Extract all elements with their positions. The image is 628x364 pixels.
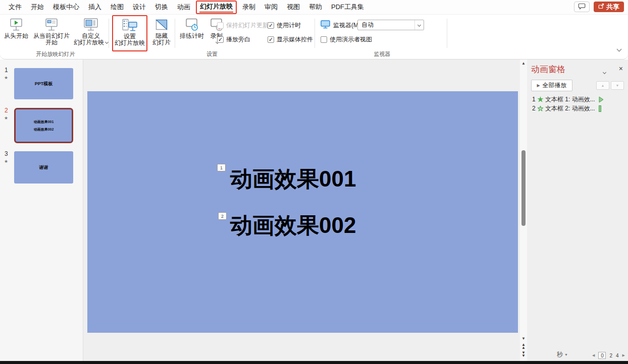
scrollbar-thumb[interactable] <box>521 150 526 226</box>
move-earlier-button[interactable]: ▲ <box>596 81 609 90</box>
app-window: 文件 开始 模板中心 插入 绘图 设计 切换 动画 幻灯片放映 录制 审阅 视图… <box>0 0 628 364</box>
hide-slide-icon <box>154 16 169 32</box>
chevron-down-icon: ▼ <box>564 353 568 356</box>
timeline-right-arrow[interactable]: ▶ <box>622 353 625 357</box>
menu-file[interactable]: 文件 <box>4 1 26 14</box>
monitor-dropdown[interactable]: 自动 <box>357 20 424 30</box>
timeline-tick-4: 4 <box>616 353 619 358</box>
slide-thumbnail-3[interactable]: 谢谢 <box>14 151 73 184</box>
checkbox-play-narrations[interactable]: ✓ 播放旁白 <box>217 35 250 44</box>
checkbox-label: 显示媒体控件 <box>277 35 313 44</box>
slide-number: 1 <box>5 67 8 74</box>
animation-order-tag-2: 2 <box>218 212 227 220</box>
scroll-up-arrow[interactable]: ▲ <box>520 61 527 66</box>
animation-index: 2 <box>532 105 537 112</box>
timeline-duration-glyph[interactable] <box>599 105 601 112</box>
menu-transitions[interactable]: 切换 <box>150 1 173 14</box>
checkbox-use-timings[interactable]: ✓ 使用计时 <box>268 21 301 30</box>
menu-record[interactable]: 录制 <box>238 1 260 14</box>
timeline-trigger-glyph[interactable] <box>599 96 604 103</box>
from-beginning-button[interactable]: 从头开始 <box>3 16 29 39</box>
window-bottom-edge <box>0 361 628 364</box>
move-later-button[interactable]: ▼ <box>611 81 624 90</box>
next-slide-button[interactable]: ▼▼ <box>520 351 527 357</box>
titlebar-actions: 共享 <box>574 2 624 12</box>
menu-design[interactable]: 设计 <box>128 1 150 14</box>
hide-slide-button[interactable]: 隐藏 幻灯片 <box>150 16 173 46</box>
custom-slideshow-icon <box>82 16 99 32</box>
dropdown-arrow <box>414 20 424 30</box>
play-from-beginning-icon <box>9 16 24 32</box>
from-current-label-2: 开始 <box>45 39 58 46</box>
monitor-icon <box>321 20 330 30</box>
timeline-unit-dropdown[interactable]: 秒 ▼ <box>557 350 568 359</box>
checkbox-icon <box>321 36 327 43</box>
menu-template-center[interactable]: 模板中心 <box>48 1 84 14</box>
menu-home[interactable]: 开始 <box>26 1 48 14</box>
content-area: 1 ★ PPT模板 2 ★ 动画效果001 动画效果002 3 ★ 谢谢 1 动… <box>0 59 628 361</box>
custom-slideshow-button[interactable]: 自定义 幻灯片放映 <box>74 16 108 46</box>
from-current-slide-button[interactable]: 从当前幻灯片 开始 <box>30 16 73 46</box>
comments-button[interactable] <box>574 2 590 12</box>
slide-canvas[interactable]: 1 动画效果001 2 动画效果002 <box>87 91 518 333</box>
slide-thumbnail-1[interactable]: PPT模板 <box>14 68 73 99</box>
play-all-button[interactable]: ▶ 全部播放 <box>531 80 572 91</box>
checkbox-label: 使用计时 <box>277 21 301 30</box>
ribbon: 从头开始 从当前幻灯片 开始 自定义 幻灯片放映 开始放映幻灯片 <box>0 14 628 59</box>
slide-thumbnail-2-selected[interactable]: 动画效果001 动画效果002 <box>14 108 73 143</box>
menu-view[interactable]: 视图 <box>282 1 304 14</box>
checkbox-label: 播放旁白 <box>226 35 250 44</box>
group-separator <box>447 19 447 48</box>
vertical-scrollbar: ▲ ▼ ▲▲ ▼▼ <box>520 59 527 361</box>
share-label: 共享 <box>606 3 619 12</box>
custom-slideshow-label-2: 幻灯片放映 <box>74 39 108 46</box>
share-button[interactable]: 共享 <box>594 2 624 12</box>
checkbox-keep-slides-updated[interactable]: 保持幻灯片更新 <box>217 21 269 30</box>
rehearse-timings-icon <box>185 16 199 32</box>
ribbon-group-start-show: 从头开始 从当前幻灯片 开始 自定义 幻灯片放映 开始放映幻灯片 <box>2 15 109 60</box>
timeline-tick-2: 2 <box>609 353 612 358</box>
setup-slideshow-button[interactable]: 设置 幻灯片放映 <box>112 15 147 51</box>
animation-star-icon: ★ <box>4 115 8 120</box>
sub-separator <box>175 19 175 48</box>
hide-slide-label-2: 幻灯片 <box>152 39 171 46</box>
previous-slide-button[interactable]: ▲▲ <box>520 343 527 349</box>
slide-textbox-1[interactable]: 动画效果001 <box>230 167 356 191</box>
animation-list-item-2[interactable]: 2 文本框 2: 动画效... <box>532 104 626 113</box>
menu-slideshow-active[interactable]: 幻灯片放映 <box>196 1 237 14</box>
thumbnail-text-line1: 动画效果001 <box>34 120 54 124</box>
entrance-effect-star-icon <box>537 105 544 112</box>
group-label-start-show: 开始放映幻灯片 <box>2 50 109 58</box>
share-icon <box>598 3 604 11</box>
menu-draw[interactable]: 绘图 <box>106 1 128 14</box>
animation-star-icon: ★ <box>4 75 8 80</box>
menu-insert[interactable]: 插入 <box>84 1 106 14</box>
timeline-unit-label: 秒 <box>557 350 563 359</box>
slide-number: 2 <box>5 107 8 114</box>
scroll-down-arrow[interactable]: ▼ <box>520 336 527 341</box>
pane-close-icon[interactable]: × <box>619 65 623 73</box>
group-label-monitors: 监视器 <box>317 50 447 58</box>
play-icon: ▶ <box>537 83 540 88</box>
checkbox-label: 使用演示者视图 <box>330 35 372 44</box>
chevron-down-icon <box>105 40 109 44</box>
animation-list-item-1[interactable]: 1 文本框 1: 动画效... <box>532 95 626 104</box>
setup-slideshow-icon <box>122 17 138 32</box>
animation-index: 1 <box>532 96 537 103</box>
collapse-ribbon-button[interactable] <box>616 45 621 54</box>
timeline-left-arrow[interactable]: ◀ <box>592 353 595 357</box>
checkbox-presenter-view[interactable]: 使用演示者视图 <box>321 35 372 44</box>
checkbox-icon: ✓ <box>268 22 274 29</box>
menu-help[interactable]: 帮助 <box>304 1 327 14</box>
rehearse-timings-button[interactable]: 排练计时 <box>178 16 206 39</box>
group-separator <box>315 19 315 48</box>
animation-order-tag-1: 1 <box>217 164 226 171</box>
menu-animations[interactable]: 动画 <box>173 1 195 14</box>
menu-pdf-tools[interactable]: PDF工具集 <box>327 1 369 14</box>
slide-thumbnails-panel: 1 ★ PPT模板 2 ★ 动画效果001 动画效果002 3 ★ 谢谢 <box>0 59 83 361</box>
reorder-buttons: ▲ ▼ <box>596 81 624 90</box>
slide-textbox-2[interactable]: 动画效果002 <box>230 213 356 237</box>
pane-menu-chevron-icon[interactable] <box>602 68 606 77</box>
checkbox-show-media-controls[interactable]: ✓ 显示媒体控件 <box>268 35 313 44</box>
menu-review[interactable]: 审阅 <box>260 1 282 14</box>
